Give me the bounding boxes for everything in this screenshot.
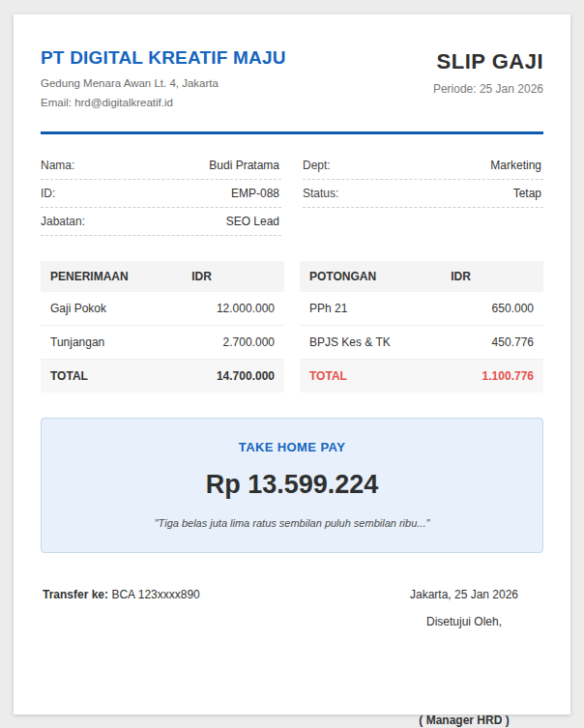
info-row-status: Status: Tetap [303, 180, 543, 208]
signature-signer: ( Manager HRD ) [387, 713, 541, 727]
earnings-table: PENERIMAAN IDR Gaji Pokok 12.000.000 Tun… [41, 261, 284, 393]
info-value: SEO Lead [226, 215, 279, 228]
info-row-nama: Nama: Budi Pratama [41, 152, 281, 180]
earning-label: Tunjangan [41, 326, 182, 360]
employee-info: Nama: Budi Pratama ID: EMP-088 Jabatan: … [41, 152, 543, 236]
table-row: Tunjangan 2.700.000 [41, 326, 284, 360]
transfer-info: Transfer ke: BCA 123xxxx890 [43, 588, 200, 601]
info-label: Jabatan: [41, 215, 85, 228]
signature-approved-by: Disetujui Oleh, [387, 615, 541, 628]
header: PT DIGITAL KREATIF MAJU Gedung Menara Aw… [41, 47, 543, 116]
table-row: Gaji Pokok 12.000.000 [41, 292, 284, 326]
employee-info-right: Dept: Marketing Status: Tetap [303, 152, 543, 236]
info-row-jabatan: Jabatan: SEO Lead [41, 208, 281, 236]
document-meta: SLIP GAJI Periode: 25 Jan 2026 [433, 47, 543, 96]
table-row: BPJS Kes & TK 450.776 [300, 326, 543, 360]
info-value: Marketing [490, 159, 541, 172]
document-title: SLIP GAJI [433, 49, 543, 74]
deductions-total-label: TOTAL [300, 360, 441, 393]
pay-tables: PENERIMAAN IDR Gaji Pokok 12.000.000 Tun… [41, 261, 543, 393]
employee-info-left: Nama: Budi Pratama ID: EMP-088 Jabatan: … [41, 152, 281, 236]
signature-place-date: Jakarta, 25 Jan 2026 [387, 588, 541, 601]
earnings-total-label: TOTAL [41, 360, 182, 393]
deductions-total-row: TOTAL 1.100.776 [300, 360, 543, 393]
document-period: Periode: 25 Jan 2026 [433, 82, 543, 96]
take-home-pay-words: "Tiga belas juta lima ratus sembilan pul… [57, 517, 527, 529]
transfer-value: BCA 123xxxx890 [111, 588, 199, 601]
earning-amount: 2.700.000 [182, 326, 284, 360]
earnings-title-header: PENERIMAAN [41, 261, 182, 292]
company-email: Email: hrd@digitalkreatif.id [41, 97, 286, 108]
deductions-currency-header: IDR [441, 261, 543, 292]
header-divider [41, 131, 543, 134]
deduction-amount: 450.776 [441, 326, 543, 360]
signature-block: Jakarta, 25 Jan 2026 Disetujui Oleh, ( M… [387, 588, 541, 727]
payslip-card: PT DIGITAL KREATIF MAJU Gedung Menara Aw… [14, 15, 570, 714]
take-home-pay-label: TAKE HOME PAY [57, 440, 527, 454]
earnings-total-amount: 14.700.000 [182, 360, 284, 393]
earning-label: Gaji Pokok [41, 292, 182, 326]
info-value: EMP-088 [231, 187, 279, 200]
info-row-dept: Dept: Marketing [303, 152, 543, 180]
company-block: PT DIGITAL KREATIF MAJU Gedung Menara Aw… [41, 47, 286, 116]
take-home-pay-amount: Rp 13.599.224 [57, 470, 527, 500]
info-value: Tetap [513, 187, 541, 200]
transfer-label: Transfer ke: [43, 588, 108, 601]
deductions-title-header: POTONGAN [300, 261, 441, 292]
info-label: ID: [41, 187, 55, 200]
signature-section: Transfer ke: BCA 123xxxx890 Jakarta, 25 … [43, 588, 541, 727]
earnings-header-row: PENERIMAAN IDR [41, 261, 284, 292]
deductions-total-amount: 1.100.776 [441, 360, 543, 393]
take-home-pay-box: TAKE HOME PAY Rp 13.599.224 "Tiga belas … [41, 418, 543, 553]
earning-amount: 12.000.000 [182, 292, 284, 326]
deduction-amount: 650.000 [441, 292, 543, 326]
earnings-total-row: TOTAL 14.700.000 [41, 360, 284, 393]
deduction-label: PPh 21 [300, 292, 441, 326]
info-value: Budi Pratama [209, 159, 279, 172]
info-label: Status: [303, 187, 338, 200]
company-address: Gedung Menara Awan Lt. 4, Jakarta [41, 77, 286, 89]
info-label: Dept: [303, 159, 331, 172]
info-label: Nama: [41, 159, 74, 172]
info-row-id: ID: EMP-088 [41, 180, 281, 208]
company-name: PT DIGITAL KREATIF MAJU [41, 47, 286, 69]
deductions-table: POTONGAN IDR PPh 21 650.000 BPJS Kes & T… [300, 261, 543, 393]
table-row: PPh 21 650.000 [300, 292, 543, 326]
deduction-label: BPJS Kes & TK [300, 326, 441, 360]
deductions-header-row: POTONGAN IDR [300, 261, 543, 292]
earnings-currency-header: IDR [182, 261, 284, 292]
